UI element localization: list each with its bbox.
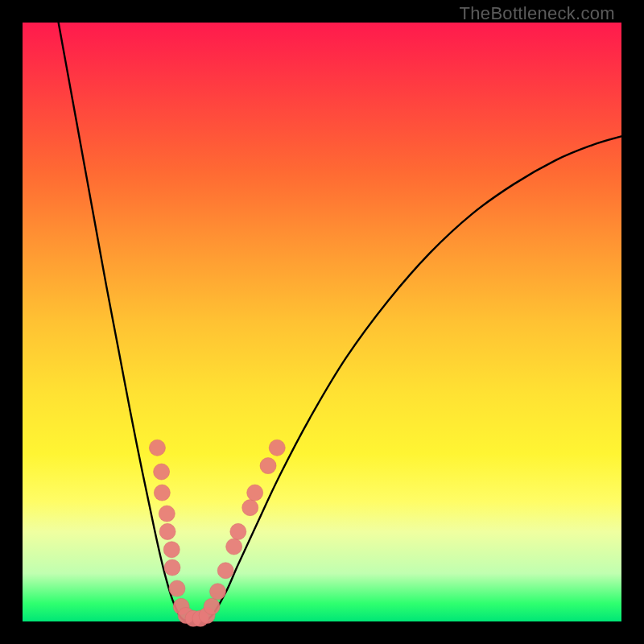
chart-frame: TheBottleneck.com bbox=[0, 0, 644, 644]
watermark-text: TheBottleneck.com bbox=[460, 3, 615, 24]
plot-area bbox=[23, 23, 621, 621]
